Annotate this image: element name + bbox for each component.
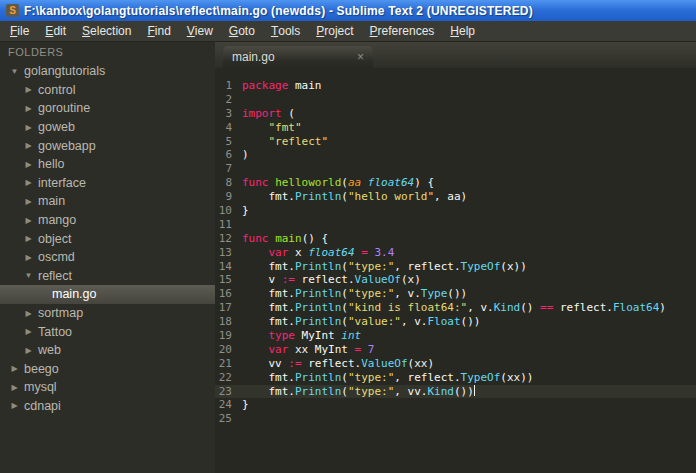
folder-item-oscmd[interactable]: ▶oscmd xyxy=(0,248,215,267)
folder-item-reflect[interactable]: ▼reflect xyxy=(0,267,215,286)
code-line-13[interactable]: 13 var x float64 = 3.4 xyxy=(215,246,696,260)
menu-item-file[interactable]: File xyxy=(2,21,37,41)
menu-item-project[interactable]: Project xyxy=(308,21,361,41)
folder-item-sortmap[interactable]: ▶sortmap xyxy=(0,304,215,323)
code-line-14[interactable]: 14 fmt.Println("type:", reflect.TypeOf(x… xyxy=(215,260,696,274)
code-line-21[interactable]: 21 vv := reflect.ValueOf(xx) xyxy=(215,357,696,371)
code-line-6[interactable]: 6) xyxy=(215,148,696,162)
tree-item-label: goweb xyxy=(38,120,75,134)
chevron-collapsed-icon: ▶ xyxy=(22,346,35,355)
tree-item-label: object xyxy=(38,232,71,246)
code-line-10[interactable]: 10} xyxy=(215,204,696,218)
tree-item-label: Tattoo xyxy=(38,325,72,339)
file-item-main-go[interactable]: main.go xyxy=(0,285,215,304)
code-text: fmt.Println("type:", vv.Kind()) xyxy=(242,385,696,399)
menu-item-help[interactable]: Help xyxy=(442,21,483,41)
code-text: v := reflect.ValueOf(x) xyxy=(242,273,696,287)
menu-item-preferences[interactable]: Preferences xyxy=(362,21,443,41)
folder-item-mango[interactable]: ▶mango xyxy=(0,211,215,230)
line-number: 1 xyxy=(215,79,242,93)
code-line-8[interactable]: 8func helloworld(aa float64) { xyxy=(215,176,696,190)
tab-main-go[interactable]: main.go × xyxy=(223,46,373,68)
code-line-19[interactable]: 19 type MyInt int xyxy=(215,329,696,343)
sidebar: FOLDERS ▼golangtutorials▶control▶gorouti… xyxy=(0,42,215,473)
line-number: 15 xyxy=(215,273,242,287)
folder-item-tattoo[interactable]: ▶Tattoo xyxy=(0,322,215,341)
code-line-20[interactable]: 20 var xx MyInt = 7 xyxy=(215,343,696,357)
code-text: var x float64 = 3.4 xyxy=(242,246,696,260)
code-line-17[interactable]: 17 fmt.Println("kind is float64:", v.Kin… xyxy=(215,301,696,315)
line-number: 21 xyxy=(215,357,242,371)
code-line-25[interactable]: 25 xyxy=(215,412,696,426)
code-text: func main() { xyxy=(242,232,696,246)
code-line-2[interactable]: 2 xyxy=(215,93,696,107)
tree-item-label: interface xyxy=(38,176,86,190)
code-line-1[interactable]: 1package main xyxy=(215,79,696,93)
folder-item-hello[interactable]: ▶hello xyxy=(0,155,215,174)
code-line-12[interactable]: 12func main() { xyxy=(215,232,696,246)
line-number: 25 xyxy=(215,412,242,426)
menu-bar: FileEditSelectionFindViewGotoToolsProjec… xyxy=(0,21,696,42)
code-text: "reflect" xyxy=(242,135,696,149)
line-number: 7 xyxy=(215,162,242,176)
line-number: 3 xyxy=(215,107,242,121)
chevron-collapsed-icon: ▶ xyxy=(22,253,35,262)
code-text: import ( xyxy=(242,107,696,121)
folder-item-golangtutorials[interactable]: ▼golangtutorials xyxy=(0,62,215,81)
line-number: 22 xyxy=(215,371,242,385)
chevron-collapsed-icon: ▶ xyxy=(22,123,35,132)
folder-item-goroutine[interactable]: ▶goroutine xyxy=(0,99,215,118)
code-line-7[interactable]: 7 xyxy=(215,162,696,176)
folder-item-main[interactable]: ▶main xyxy=(0,192,215,211)
code-line-3[interactable]: 3import ( xyxy=(215,107,696,121)
title-bar[interactable]: S F:\kanbox\golangtutorials\reflect\main… xyxy=(0,0,696,21)
menu-item-tools[interactable]: Tools xyxy=(263,21,308,41)
tree-item-label: hello xyxy=(38,157,64,171)
menu-item-goto[interactable]: Goto xyxy=(221,21,263,41)
code-text xyxy=(242,93,696,107)
code-line-22[interactable]: 22 fmt.Println("type:", reflect.TypeOf(x… xyxy=(215,371,696,385)
line-number: 6 xyxy=(215,148,242,162)
code-line-9[interactable]: 9 fmt.Println("hello world", aa) xyxy=(215,190,696,204)
folder-item-gowebapp[interactable]: ▶gowebapp xyxy=(0,136,215,155)
tree-item-label: gowebapp xyxy=(38,139,96,153)
line-number: 16 xyxy=(215,287,242,301)
code-text: fmt.Println("type:", reflect.TypeOf(x)) xyxy=(242,260,696,274)
tree-item-label: golangtutorials xyxy=(24,64,105,78)
code-line-24[interactable]: 24} xyxy=(215,398,696,412)
tab-label: main.go xyxy=(232,50,275,64)
code-line-16[interactable]: 16 fmt.Println("type:", v.Type()) xyxy=(215,287,696,301)
chevron-collapsed-icon: ▶ xyxy=(22,104,35,113)
code-line-11[interactable]: 11 xyxy=(215,218,696,232)
code-line-23[interactable]: 23 fmt.Println("type:", vv.Kind()) xyxy=(215,385,696,399)
code-text: "fmt" xyxy=(242,121,696,135)
folder-item-control[interactable]: ▶control xyxy=(0,81,215,100)
line-number: 23 xyxy=(215,385,242,399)
code-line-15[interactable]: 15 v := reflect.ValueOf(x) xyxy=(215,273,696,287)
chevron-collapsed-icon: ▶ xyxy=(22,85,35,94)
chevron-collapsed-icon: ▶ xyxy=(22,141,35,150)
chevron-collapsed-icon: ▶ xyxy=(8,364,21,373)
tree-item-label: sortmap xyxy=(38,306,83,320)
app-window: S F:\kanbox\golangtutorials\reflect\main… xyxy=(0,0,696,473)
folder-item-object[interactable]: ▶object xyxy=(0,229,215,248)
folder-item-mysql[interactable]: ▶mysql xyxy=(0,378,215,397)
menu-item-find[interactable]: Find xyxy=(139,21,178,41)
code-line-18[interactable]: 18 fmt.Println("value:", v.Float()) xyxy=(215,315,696,329)
folder-item-goweb[interactable]: ▶goweb xyxy=(0,118,215,137)
code-text: fmt.Println("value:", v.Float()) xyxy=(242,315,696,329)
folder-item-interface[interactable]: ▶interface xyxy=(0,174,215,193)
line-number: 20 xyxy=(215,343,242,357)
folder-item-cdnapi[interactable]: ▶cdnapi xyxy=(0,397,215,416)
code-text: func helloworld(aa float64) { xyxy=(242,176,696,190)
menu-item-view[interactable]: View xyxy=(179,21,221,41)
tab-close-icon[interactable]: × xyxy=(357,51,364,63)
menu-item-edit[interactable]: Edit xyxy=(37,21,74,41)
folder-item-web[interactable]: ▶web xyxy=(0,341,215,360)
code-area[interactable]: 1package main23import (4 "fmt"5 "reflect… xyxy=(215,68,696,473)
menu-item-selection[interactable]: Selection xyxy=(74,21,139,41)
code-line-4[interactable]: 4 "fmt" xyxy=(215,121,696,135)
code-line-5[interactable]: 5 "reflect" xyxy=(215,135,696,149)
folder-item-beego[interactable]: ▶beego xyxy=(0,360,215,379)
chevron-collapsed-icon: ▶ xyxy=(8,383,21,392)
